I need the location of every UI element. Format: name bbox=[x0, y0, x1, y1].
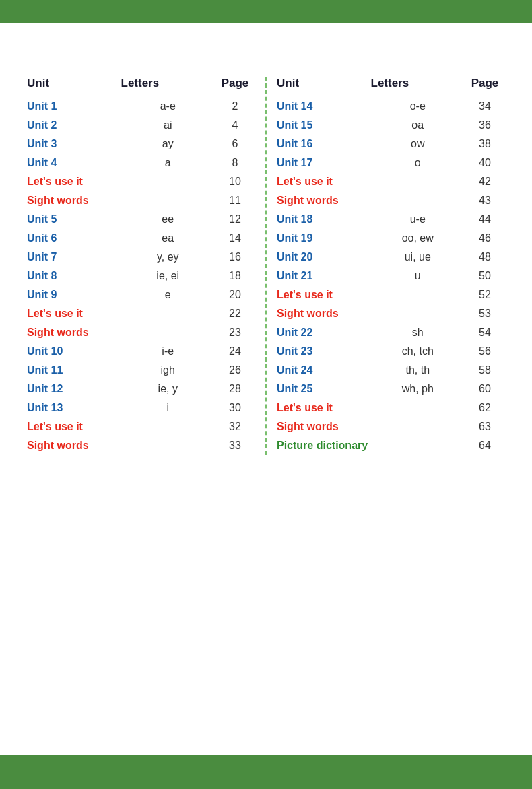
unit-page: 2 bbox=[215, 98, 255, 114]
unit-name: Unit 14 bbox=[277, 98, 371, 114]
unit-name: Let's use it bbox=[27, 419, 121, 435]
unit-name: Unit 5 bbox=[27, 211, 121, 228]
unit-letters: o bbox=[371, 155, 465, 171]
unit-letters: y, ey bbox=[121, 249, 215, 265]
left-col-headers: Unit Letters Page bbox=[27, 77, 255, 93]
table-row: Unit 20ui, ue48 bbox=[277, 248, 505, 267]
unit-page: 58 bbox=[465, 362, 505, 378]
content-area: Unit Letters Page Unit 1a-e2Unit 2ai4Uni… bbox=[0, 63, 532, 715]
unit-letters: i bbox=[121, 400, 215, 416]
unit-page: 33 bbox=[215, 438, 255, 454]
unit-letters: e bbox=[121, 287, 215, 303]
table-row: Unit 4a8 bbox=[27, 153, 255, 172]
unit-page: 22 bbox=[215, 306, 255, 322]
right-unit-header: Unit bbox=[277, 77, 371, 90]
unit-page: 50 bbox=[465, 268, 505, 284]
unit-name: Unit 24 bbox=[277, 362, 371, 378]
unit-letters: a-e bbox=[121, 98, 215, 114]
table-row: Sight words53 bbox=[277, 304, 505, 323]
unit-name: Let's use it bbox=[277, 287, 371, 303]
left-letters-header: Letters bbox=[121, 77, 215, 90]
table-row: Sight words33 bbox=[27, 436, 255, 455]
unit-page: 16 bbox=[215, 249, 255, 265]
left-column: Unit Letters Page Unit 1a-e2Unit 2ai4Uni… bbox=[20, 77, 262, 455]
unit-name: Unit 1 bbox=[27, 98, 121, 114]
table-row: Unit 12ie, y28 bbox=[27, 380, 255, 399]
unit-page: 24 bbox=[215, 343, 255, 359]
unit-page: 11 bbox=[215, 193, 255, 209]
unit-letters: ie, ei bbox=[121, 268, 215, 284]
unit-page: 20 bbox=[215, 287, 255, 303]
table-row: Sight words11 bbox=[27, 191, 255, 210]
cloud-top-decoration bbox=[0, 23, 532, 63]
unit-letters: o-e bbox=[371, 98, 465, 114]
unit-letters: sh bbox=[371, 324, 465, 341]
table-row: Let's use it10 bbox=[27, 172, 255, 191]
table-row: Unit 13i30 bbox=[27, 399, 255, 417]
table-row: Unit 8ie, ei18 bbox=[27, 267, 255, 285]
unit-name: Unit 23 bbox=[277, 343, 371, 359]
unit-name: Unit 13 bbox=[27, 400, 121, 416]
table-row: Unit 19oo, ew46 bbox=[277, 229, 505, 248]
unit-page: 42 bbox=[465, 174, 505, 190]
unit-page: 64 bbox=[465, 438, 505, 454]
table-row: Unit 1a-e2 bbox=[27, 97, 255, 116]
unit-page: 4 bbox=[215, 117, 255, 133]
unit-page: 26 bbox=[215, 362, 255, 378]
left-col-rows: Unit 1a-e2Unit 2ai4Unit 3ay6Unit 4a8Let'… bbox=[27, 97, 255, 455]
table-row: Unit 16ow38 bbox=[277, 135, 505, 153]
unit-page: 10 bbox=[215, 174, 255, 190]
columns-container: Unit Letters Page Unit 1a-e2Unit 2ai4Uni… bbox=[20, 77, 512, 455]
unit-page: 18 bbox=[215, 268, 255, 284]
unit-letters: ui, ue bbox=[371, 249, 465, 265]
right-column: Unit Letters Page Unit 14o-e34Unit 15oa3… bbox=[270, 77, 512, 455]
svg-rect-0 bbox=[0, 755, 532, 762]
unit-page: 14 bbox=[215, 230, 255, 246]
unit-name: Unit 11 bbox=[27, 362, 121, 378]
unit-name: Unit 25 bbox=[277, 381, 371, 397]
table-row: Unit 9e20 bbox=[27, 285, 255, 304]
unit-page: 43 bbox=[465, 193, 505, 209]
table-row: Unit 14o-e34 bbox=[277, 97, 505, 116]
unit-name: Sight words bbox=[277, 306, 371, 322]
table-row: Sight words63 bbox=[277, 417, 505, 436]
table-row: Unit 17o40 bbox=[277, 153, 505, 172]
table-row: Unit 18u-e44 bbox=[277, 210, 505, 229]
right-page-header: Page bbox=[465, 77, 505, 90]
unit-page: 46 bbox=[465, 230, 505, 246]
left-unit-header: Unit bbox=[27, 77, 121, 90]
unit-name: Unit 12 bbox=[27, 381, 121, 397]
unit-page: 53 bbox=[465, 306, 505, 322]
unit-page: 63 bbox=[465, 419, 505, 435]
table-row: Unit 3ay6 bbox=[27, 135, 255, 153]
table-row: Let's use it42 bbox=[277, 172, 505, 191]
page: Unit Letters Page Unit 1a-e2Unit 2ai4Uni… bbox=[0, 0, 532, 789]
unit-name: Unit 15 bbox=[277, 117, 371, 133]
unit-page: 30 bbox=[215, 400, 255, 416]
unit-letters: wh, ph bbox=[371, 381, 465, 397]
table-row: Let's use it62 bbox=[277, 399, 505, 417]
unit-page: 54 bbox=[465, 324, 505, 341]
unit-name: Let's use it bbox=[27, 306, 121, 322]
unit-letters: ee bbox=[121, 211, 215, 228]
unit-page: 62 bbox=[465, 400, 505, 416]
unit-name: Sight words bbox=[277, 193, 371, 209]
unit-letters: u-e bbox=[371, 211, 465, 228]
table-row: Unit 5ee12 bbox=[27, 210, 255, 229]
unit-page: 40 bbox=[465, 155, 505, 171]
unit-name: Sight words bbox=[27, 438, 121, 454]
unit-name: Sight words bbox=[277, 419, 371, 435]
unit-page: 44 bbox=[465, 211, 505, 228]
table-row: Picture dictionary64 bbox=[277, 436, 505, 455]
table-row: Sight words43 bbox=[277, 191, 505, 210]
table-row: Let's use it32 bbox=[27, 417, 255, 436]
right-col-rows: Unit 14o-e34Unit 15oa36Unit 16ow38Unit 1… bbox=[277, 97, 505, 455]
unit-letters: th, th bbox=[371, 362, 465, 378]
unit-name: Let's use it bbox=[277, 400, 371, 416]
unit-letters: ai bbox=[121, 117, 215, 133]
unit-name: Unit 10 bbox=[27, 343, 121, 359]
unit-name: Unit 18 bbox=[277, 211, 371, 228]
unit-letters: ea bbox=[121, 230, 215, 246]
unit-letters: ie, y bbox=[121, 381, 215, 397]
unit-page: 6 bbox=[215, 136, 255, 152]
